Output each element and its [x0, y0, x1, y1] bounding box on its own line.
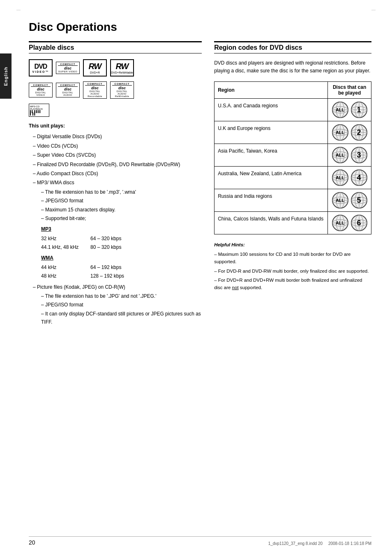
mp3-rate-1: 64 – 320 kbps — [90, 234, 121, 243]
all-disc-2: ALL — [332, 124, 349, 141]
list-item-mp3: MP3/ WMA discs — [33, 178, 202, 187]
left-column: Playable discs DVD VIDEO™ COMPACT disc S… — [29, 41, 202, 327]
mp3-rate-2: 80 – 320 kbps — [90, 243, 121, 251]
main-content: Playable discs DVD VIDEO™ COMPACT disc S… — [29, 41, 371, 327]
mp3-freq-2: 44.1 kHz, 48 kHz — [41, 243, 82, 251]
num-text-1: 1 — [357, 106, 361, 114]
region-name-6: China, Calcos Islands, Walls and Futuna … — [214, 212, 328, 234]
dvd-plus-r-logo: RW DVD+R — [83, 59, 107, 76]
discs-col-3: ALL 3 — [328, 144, 371, 167]
wma-rate-row-2: 48 kHz 128 – 192 kbps — [41, 272, 202, 280]
body-text: This unit plays: Digital Versatile Discs… — [29, 122, 202, 327]
region-intro: DVD discs and players are designed with … — [214, 59, 371, 75]
num-text-5: 5 — [357, 196, 361, 205]
right-column: Region codes for DVD discs DVD discs and… — [214, 41, 371, 293]
page-number: 20 — [29, 539, 35, 546]
sub-item-chars: Maximum 15 characters display. — [41, 206, 202, 214]
disc-type-dv: disc — [31, 87, 51, 91]
region-row-1: U.S.A. and Canada regions ALL — [214, 99, 371, 121]
num-disc-2: 2 — [350, 124, 368, 141]
dvd-plus-rw-logo: RW DVD+ReWritable — [110, 59, 134, 76]
hints-title: Helpful Hints: — [214, 241, 371, 248]
wma-rate-1: 64 – 192 kbps — [90, 263, 121, 271]
mp3-freq-1: 32 kHz — [41, 234, 82, 243]
hint-1: Maximum 100 sessions for CD and 10 multi… — [214, 250, 371, 266]
sub-item-dcf: It can only display DCF-standard still p… — [41, 310, 202, 327]
compact-label-rw: COMPACT — [112, 83, 132, 86]
num-text-3: 3 — [357, 151, 361, 160]
discs-col-5: ALL 5 — [328, 189, 371, 212]
footer-file-text: 1_dvp1120_37_eng 8.indd 20 — [268, 541, 323, 546]
discs-col-2: ALL 2 — [328, 121, 371, 144]
num-text-2: 2 — [357, 128, 361, 137]
all-text-2: ALL — [336, 130, 344, 135]
region-name-5: Russia and India regions — [214, 189, 328, 212]
mp3-rate-row-1: 32 kHz 64 – 320 kbps — [41, 234, 202, 243]
mp3-rate-row-2: 44.1 kHz, 48 kHz 80 – 320 kbps — [41, 243, 202, 251]
wma-rate-row-1: 44 kHz 64 – 192 kbps — [41, 263, 202, 271]
all-disc-5: ALL — [332, 192, 349, 209]
disc-pair-4: ALL 4 — [331, 169, 368, 186]
discs-col-4: ALL 4 — [328, 167, 371, 189]
region-row-6: China, Calcos Islands, Walls and Futuna … — [214, 212, 371, 234]
all-text-6: ALL — [336, 220, 344, 225]
discs-col-1: ALL 1 — [328, 99, 371, 121]
list-item-dvdr: Finalized DVD Recordable (DVD±R), DVD Re… — [33, 160, 202, 169]
compact-label-da: COMPACT — [58, 84, 78, 87]
sub-label-da: DIGITAL AUDIO — [58, 91, 78, 96]
page-title: Disc Operations — [29, 16, 371, 34]
all-disc-4: ALL — [332, 169, 349, 186]
footer-file: 1_dvp1120_37_eng 8.indd 20 2008-01-18 1:… — [268, 541, 371, 546]
language-label: English — [3, 67, 8, 86]
hint-2: For DVD-R and DVD-RW multi border, only … — [214, 267, 371, 275]
hints-section: Helpful Hints: Maximum 100 sessions for … — [214, 241, 371, 291]
region-table: Region Discs that canbe played U.S.A. an… — [214, 81, 371, 234]
all-text-3: ALL — [336, 153, 344, 158]
mp3-cd-icon: MP3-CD PLAYBACK▌▌ ▌▌▌▌▌ ▌▌ — [29, 104, 49, 117]
disc-type-sv: disc — [58, 66, 78, 70]
region-name-4: Australia, New Zealand, Latin America — [214, 167, 328, 189]
sub-label-rw: DIGITAL AUDIOReWritable — [112, 90, 132, 97]
mp3-cd-text: MP3-CD PLAYBACK▌▌ ▌▌▌▌▌ ▌▌ — [30, 105, 48, 115]
compact-disc-rewritable: COMPACT disc DIGITAL AUDIOReWritable — [110, 81, 134, 99]
video-text: VIDEO™ — [32, 70, 49, 73]
corner-mark-tl: — — [16, 7, 21, 12]
list-item-vcd: Video CDs (VCDs) — [33, 142, 202, 150]
language-tab: English — [0, 53, 12, 99]
disc-pair-5: ALL 5 — [331, 192, 368, 209]
sub-item-bitrate: Supported bit-rate; — [41, 214, 202, 223]
sub-item-jpg-ext: The file extension has to be '.JPG' and … — [41, 292, 202, 300]
num-disc-1: 1 — [350, 101, 368, 118]
wma-freq-1: 44 kHz — [41, 263, 82, 271]
region-name-3: Asia Pacific, Taiwan, Korea — [214, 144, 328, 167]
sub-label-sv: SUPER VIDEO — [58, 70, 78, 73]
wma-bitrate-section: WMA 44 kHz 64 – 192 kbps 48 kHz 128 – 19… — [41, 254, 202, 280]
disc-pair-2: ALL 2 — [331, 124, 368, 141]
all-disc-1: ALL — [332, 101, 349, 118]
discs-col-6: ALL 6 — [328, 212, 371, 234]
col-discs-header: Discs that canbe played — [328, 82, 371, 99]
num-text-4: 4 — [357, 174, 361, 182]
disc-pair-3: ALL 3 — [331, 146, 368, 164]
all-disc-6: ALL — [332, 214, 349, 232]
compact-label-r: COMPACT — [85, 83, 105, 86]
sub-item-jpeg-iso2: JPEG/ISO format — [41, 301, 202, 309]
dvd-video-logo: DVD VIDEO™ — [29, 59, 53, 76]
disc-pair-1: ALL 1 — [331, 101, 368, 118]
compact-disc-digital-video: COMPACT disc DIGITAL VIDEO — [29, 83, 53, 97]
list-item-picture: Picture files (Kodak, JPEG) on CD-R(W) — [33, 283, 202, 291]
num-disc-6: 6 — [350, 214, 368, 232]
mp3-format-title: MP3 — [41, 225, 202, 233]
all-text-4: ALL — [336, 175, 344, 180]
compact-disc-recordable: COMPACT disc DIGITAL AUDIORecordable — [83, 81, 107, 99]
compact-disc-super-video: COMPACT disc SUPER VIDEO — [56, 62, 80, 74]
region-name-1: U.S.A. and Canada regions — [214, 99, 328, 121]
list-item-dvd: Digital Versatile Discs (DVDs) — [33, 132, 202, 141]
sub-item-ext: The file extension has to be '.mp3', '.w… — [41, 188, 202, 196]
footer-date-text: 2008-01-18 1:16:18 PM — [328, 541, 371, 546]
rw-text: RW — [89, 62, 101, 71]
num-disc-5: 5 — [350, 192, 368, 209]
playable-discs-heading: Playable discs — [29, 41, 202, 53]
rw-rw-text: RW — [116, 62, 129, 71]
dvd-text: DVD — [35, 63, 47, 70]
